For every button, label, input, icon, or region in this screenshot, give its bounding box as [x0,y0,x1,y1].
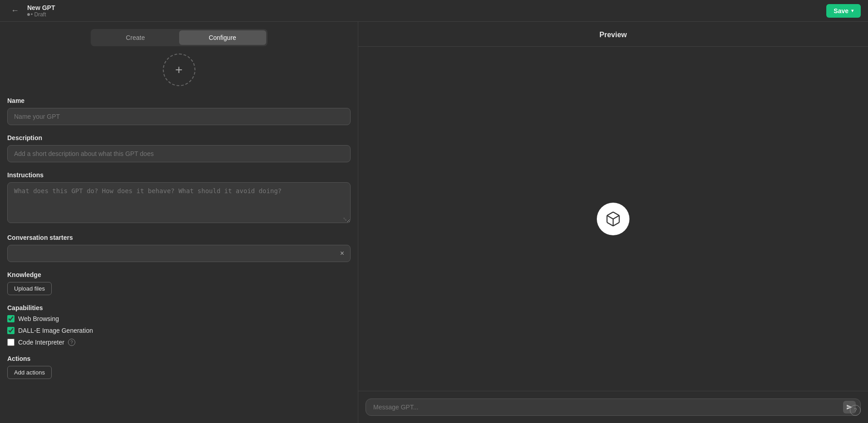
code-interpreter-label[interactable]: Code Interpreter [18,339,64,346]
gpt-draft-status: • Draft [27,11,55,18]
description-label: Description [7,134,351,141]
message-input[interactable] [373,404,840,411]
form-section: Name Description Instructions ⤡ Conversa… [0,97,358,379]
code-interpreter-checkbox[interactable] [7,339,15,346]
plus-icon: + [175,63,182,77]
right-panel: Preview ? [358,22,868,423]
instructions-field-group: Instructions ⤡ [7,171,351,225]
conversation-starter-input[interactable] [7,245,351,262]
gpt-title-group: New GPT • Draft [27,4,55,18]
upload-files-button[interactable]: Upload files [7,282,52,295]
gpt-cube-icon [597,203,629,235]
capability-dalle: DALL-E Image Generation [7,327,351,334]
upload-image-button[interactable]: + [163,53,195,86]
dalle-checkbox[interactable] [7,327,15,334]
draft-dot [27,13,30,16]
knowledge-field-group: Knowledge Upload files [7,271,351,295]
header: ← New GPT • Draft Save ▾ [0,0,868,22]
tab-configure[interactable]: Configure [179,30,266,45]
instructions-textarea[interactable] [7,182,351,223]
description-field-group: Description [7,134,351,162]
help-circle-button[interactable]: ? [850,405,861,416]
capabilities-label: Capabilities [7,304,351,311]
conversation-starter-clear-button[interactable]: × [338,249,346,258]
conversation-starters-label: Conversation starters [7,234,351,241]
upload-area: + [0,53,358,86]
conversation-starters-field-group: Conversation starters × [7,234,351,262]
dalle-label[interactable]: DALL-E Image Generation [18,327,93,334]
web-browsing-label[interactable]: Web Browsing [18,315,59,322]
tab-bar: Create Configure [91,29,268,46]
actions-label: Actions [7,355,351,362]
actions-field-group: Actions Add actions [7,355,351,379]
preview-header: Preview [358,22,868,47]
save-button[interactable]: Save ▾ [826,4,861,18]
knowledge-label: Knowledge [7,271,351,278]
name-field-group: Name [7,97,351,125]
preview-footer [358,391,868,423]
conversation-starter-wrapper: × [7,245,351,262]
save-chevron-icon: ▾ [851,8,853,13]
main-layout: Create Configure + Name Description Ins [0,22,868,423]
instructions-label: Instructions [7,171,351,179]
add-actions-button[interactable]: Add actions [7,366,52,379]
tab-create[interactable]: Create [92,30,179,45]
save-label: Save [834,7,848,15]
web-browsing-checkbox[interactable] [7,315,15,322]
header-left: ← New GPT • Draft [7,4,55,18]
name-label: Name [7,97,351,104]
left-panel: Create Configure + Name Description Ins [0,22,358,423]
name-input[interactable] [7,108,351,125]
instructions-textarea-wrapper: ⤡ [7,182,351,225]
capabilities-field-group: Capabilities Web Browsing DALL-E Image G… [7,304,351,346]
back-button[interactable]: ← [7,4,23,17]
message-input-wrapper [366,399,861,416]
capability-code-interpreter: Code Interpreter ? [7,339,351,346]
code-interpreter-help-icon[interactable]: ? [68,339,75,346]
description-input[interactable] [7,145,351,162]
capability-web-browsing: Web Browsing [7,315,351,322]
preview-content [358,47,868,391]
gpt-title: New GPT [27,4,55,11]
cube-svg [605,211,621,227]
